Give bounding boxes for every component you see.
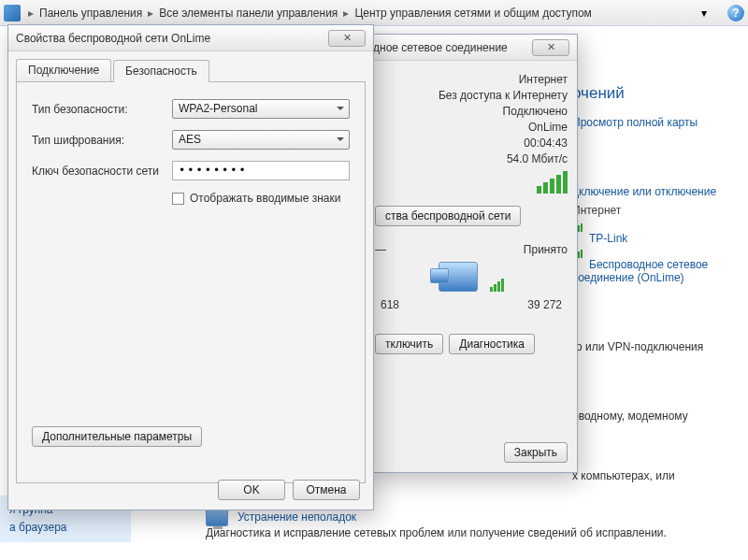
diagnose-button[interactable]: Диагностика bbox=[449, 334, 535, 354]
control-panel-icon bbox=[4, 5, 21, 22]
encryption-type-label: Тип шифрования: bbox=[32, 134, 172, 147]
page-title: очений bbox=[572, 84, 731, 103]
chevron-right-icon: ▸ bbox=[26, 7, 36, 20]
chevron-right-icon: ▸ bbox=[341, 7, 351, 20]
network-key-label: Ключ безопасности сети bbox=[32, 165, 172, 178]
disconnect-button[interactable]: тключить bbox=[375, 334, 443, 354]
advanced-settings-button[interactable]: Дополнительные параметры bbox=[32, 426, 202, 447]
connection-status-dialog: дное сетевое соединение ✕ Интернет Без д… bbox=[365, 34, 578, 473]
dialog-title: Свойства беспроводной сети OnLime bbox=[16, 32, 328, 45]
chevron-down-icon[interactable]: ▾ bbox=[701, 7, 714, 20]
bytes-received: 39 272 bbox=[527, 298, 562, 311]
troubleshoot-icon bbox=[206, 508, 228, 526]
wireless-properties-button[interactable]: ства беспроводной сети bbox=[375, 206, 521, 226]
computers-text: х компьютерах, или bbox=[572, 469, 731, 482]
wireless-properties-dialog: Свойства беспроводной сети OnLime ✕ Подк… bbox=[7, 24, 374, 510]
breadcrumb-item[interactable]: Все элементы панели управления bbox=[155, 7, 341, 20]
ok-button[interactable]: OK bbox=[218, 480, 285, 500]
bytes-sent: 618 bbox=[381, 298, 399, 311]
connect-disconnect-link[interactable]: дключение или отключение bbox=[572, 185, 731, 198]
network-item[interactable]: TP-Link bbox=[572, 219, 731, 245]
network-key-input[interactable]: •••••••• bbox=[172, 161, 350, 180]
close-button[interactable]: Закрыть bbox=[504, 442, 568, 463]
status-row: Без доступа к Интернету bbox=[375, 89, 568, 102]
close-button[interactable]: ✕ bbox=[328, 30, 366, 47]
tab-security[interactable]: Безопасность bbox=[113, 60, 209, 82]
status-row: OnLime bbox=[375, 121, 568, 134]
network-item[interactable]: Беспроводное сетевое соединение (OnLime) bbox=[572, 245, 731, 284]
encryption-type-select[interactable]: AES bbox=[172, 130, 350, 150]
signal-bars-icon bbox=[375, 171, 568, 196]
status-row: 00:04:43 bbox=[375, 136, 568, 150]
cancel-button[interactable]: Отмена bbox=[293, 480, 360, 500]
security-tab-panel: Тип безопасности: WPA2-Personal Тип шифр… bbox=[16, 81, 366, 483]
help-icon[interactable]: ? bbox=[727, 5, 744, 22]
security-type-select[interactable]: WPA2-Personal bbox=[172, 99, 350, 119]
view-full-map-link[interactable]: Просмотр полной карты bbox=[572, 116, 731, 129]
modem-text: оводному, модемному bbox=[572, 409, 731, 423]
show-characters-checkbox[interactable] bbox=[172, 193, 184, 205]
internet-label: Интернет bbox=[572, 204, 731, 217]
received-label: Принято bbox=[524, 243, 568, 256]
close-button[interactable]: ✕ bbox=[532, 39, 569, 56]
computers-icon bbox=[439, 262, 478, 292]
diagnostics-text: Диагностика и исправление сетевых пробле… bbox=[206, 526, 667, 539]
dialog-title: дное сетевое соединение bbox=[373, 41, 532, 54]
tab-connection[interactable]: Подключение bbox=[16, 59, 111, 81]
status-row: Подключено bbox=[375, 105, 568, 118]
security-type-label: Тип безопасности: bbox=[32, 103, 172, 116]
signal-bars-icon bbox=[489, 279, 504, 294]
breadcrumb-item[interactable]: Панель управления bbox=[36, 7, 146, 20]
chevron-right-icon: ▸ bbox=[146, 7, 155, 20]
breadcrumb-item[interactable]: Центр управления сетями и общим доступом bbox=[351, 7, 596, 20]
sent-label: — bbox=[375, 243, 386, 256]
troubleshoot-link[interactable]: Устранение неполадок bbox=[237, 510, 356, 524]
breadcrumb: ▸ Панель управления ▸ Все элементы панел… bbox=[0, 0, 748, 26]
sidebar-item[interactable]: а браузера bbox=[9, 519, 122, 537]
vpn-text: го или VPN-подключения bbox=[572, 340, 731, 353]
status-row: 54.0 Мбит/с bbox=[375, 152, 568, 165]
status-row: Интернет bbox=[375, 73, 568, 86]
show-characters-label: Отображать вводимые знаки bbox=[190, 192, 340, 205]
